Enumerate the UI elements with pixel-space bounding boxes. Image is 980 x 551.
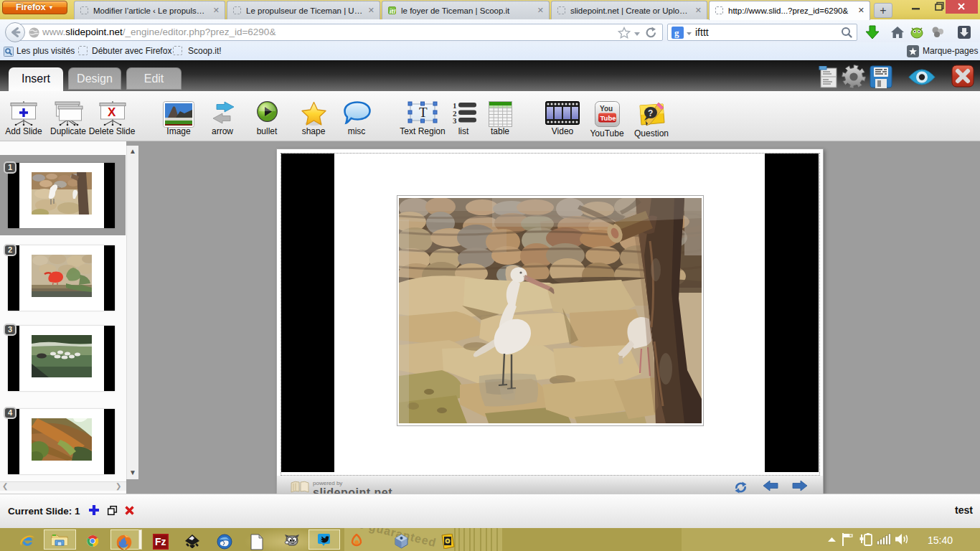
svg-text:Fz: Fz [155, 536, 166, 547]
svg-text:3: 3 [453, 116, 457, 123]
svg-text:You: You [600, 105, 613, 113]
svg-text:Tube: Tube [600, 114, 616, 122]
svg-text:T: T [419, 105, 428, 120]
svg-text:?: ? [648, 108, 653, 118]
svg-text:it!: it! [390, 8, 396, 15]
svg-text:X: X [108, 105, 116, 119]
svg-text:g: g [674, 27, 679, 38]
